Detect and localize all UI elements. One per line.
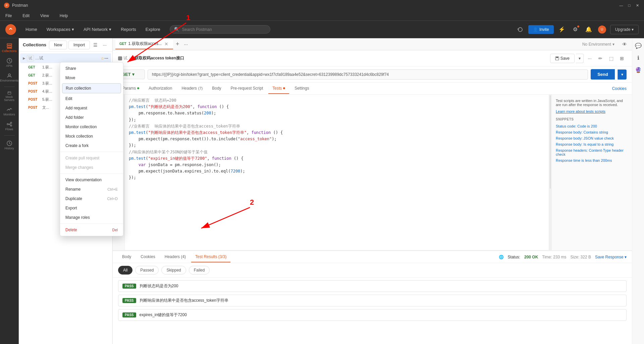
filter-skipped-btn[interactable]: Skipped	[161, 266, 186, 275]
tab-headers[interactable]: Headers (7)	[177, 83, 207, 94]
snippet-body-string[interactable]: Response body: Contains string	[556, 129, 628, 135]
sidebar-item-history[interactable]: History	[3, 138, 16, 152]
magic-icon-btn[interactable]: 🔮	[634, 65, 643, 75]
context-menu-move[interactable]: Move	[60, 73, 123, 83]
tab-tests[interactable]: Tests	[268, 83, 289, 94]
tab-name: 1.获取权限acces...	[128, 41, 162, 47]
maximize-btn[interactable]: □	[627, 3, 632, 8]
context-menu-divider	[60, 152, 123, 152]
profile-icon-btn[interactable]: U	[597, 24, 607, 35]
context-menu-manage-roles[interactable]: Manage roles	[60, 213, 123, 222]
context-menu-export[interactable]: Export	[60, 203, 123, 213]
close-btn[interactable]: ✕	[635, 3, 640, 8]
send-dropdown-btn[interactable]: ▾	[618, 69, 627, 80]
search-bar[interactable]: 🔍	[170, 25, 270, 34]
context-menu-run-collection[interactable]: Run collection	[62, 83, 121, 93]
snippet-json-check[interactable]: Response body: JSON value check	[556, 135, 628, 141]
sidebar-item-apis[interactable]: APIs	[3, 56, 16, 69]
filter-failed-btn[interactable]: Failed	[189, 266, 210, 275]
snippet-status-code[interactable]: Status code: Code is 200	[556, 123, 628, 129]
nav-home[interactable]: Home	[21, 25, 41, 34]
pass-badge: PASS	[122, 298, 136, 303]
snippet-body-equal[interactable]: Response body: Is equal to a string	[556, 141, 628, 147]
nav-api-network[interactable]: API Network ▾	[79, 25, 115, 34]
menu-edit[interactable]: Edit	[20, 12, 32, 19]
filter-all-btn[interactable]: All	[118, 266, 132, 275]
context-menu-rename[interactable]: Rename Ctrl+E	[60, 185, 123, 194]
home-logo[interactable]	[5, 24, 16, 35]
resp-tab-body[interactable]: Body	[118, 252, 135, 262]
side-panel-btn[interactable]: ⊞	[617, 54, 627, 63]
url-input[interactable]	[148, 69, 588, 80]
resp-tab-test-results[interactable]: Test Results (3/3)	[191, 252, 230, 262]
scrollbar[interactable]	[549, 95, 551, 250]
learn-more-link[interactable]: Learn more about tests scripts	[556, 109, 628, 113]
invite-button[interactable]: 👤 Invite	[528, 25, 554, 34]
collection-item[interactable]: ▶ 试 …试 ☆ ···	[20, 53, 111, 63]
nav-workspaces[interactable]: Workspaces ▾	[43, 25, 78, 34]
filter-icon-btn[interactable]: ☰	[91, 41, 99, 49]
cookies-link[interactable]: Cookies	[612, 86, 627, 91]
sidebar-divider	[4, 87, 15, 87]
tab-close-btn[interactable]: ✕	[164, 41, 169, 47]
share-icon-btn[interactable]: ⬚	[606, 54, 616, 63]
code-content[interactable]: //响应断言 状态码=200 pm.test("判断状态码是否为200", fu…	[125, 95, 549, 250]
new-tab-btn[interactable]: +	[174, 41, 181, 48]
resp-tab-headers[interactable]: Headers (4)	[161, 252, 190, 262]
sidebar-item-mock-servers[interactable]: Mock Servers	[3, 90, 16, 103]
collection-more-btn[interactable]: ···	[104, 56, 108, 61]
context-menu-create-fork[interactable]: Create a fork	[60, 141, 123, 150]
tab-pre-request[interactable]: Pre-request Script	[227, 83, 267, 94]
sync-icon-btn[interactable]	[515, 24, 526, 35]
more-options-btn[interactable]: ···	[101, 41, 109, 49]
menu-help[interactable]: Help	[57, 12, 71, 19]
settings-icon-btn[interactable]: ⚙	[570, 24, 581, 35]
import-button[interactable]: Import	[68, 41, 90, 49]
environment-selector[interactable]: No Environment ▾	[580, 41, 617, 48]
response-size: Size: 322 B	[571, 255, 591, 259]
sidebar-item-environments[interactable]: Environments	[3, 70, 16, 84]
tab-active[interactable]: GET 1.获取权限acces... ✕	[115, 39, 173, 49]
tab-settings[interactable]: Settings	[290, 83, 313, 94]
context-menu-delete[interactable]: Delete Del	[60, 225, 123, 235]
context-menu-view-docs[interactable]: View documentation	[60, 175, 123, 185]
tab-body[interactable]: Body	[208, 83, 225, 94]
edit-icon-btn[interactable]: ✏	[596, 54, 605, 63]
nav-explore[interactable]: Explore	[142, 25, 164, 34]
menu-view[interactable]: View	[38, 12, 52, 19]
snippet-response-time[interactable]: Response time is less than 200ms	[556, 157, 628, 163]
sidebar-item-monitors[interactable]: Monitors	[3, 104, 16, 118]
context-menu-add-request[interactable]: Add request	[60, 103, 123, 113]
notification-icon-btn[interactable]: 🔔	[583, 24, 594, 35]
info-icon-btn[interactable]: ℹ	[634, 53, 643, 62]
lightning-icon-btn[interactable]: ⚡	[556, 24, 567, 35]
more-btn[interactable]: ···	[585, 54, 594, 63]
context-menu-edit[interactable]: Edit	[60, 94, 123, 103]
star-icon[interactable]: ☆	[101, 56, 104, 61]
upgrade-button[interactable]: Upgrade ▾	[610, 25, 639, 34]
context-menu-duplicate[interactable]: Duplicate Ctrl+D	[60, 194, 123, 203]
filter-passed-btn[interactable]: Passed	[135, 266, 159, 275]
save-response-btn[interactable]: Save Response ▾	[595, 255, 627, 259]
more-tabs-btn[interactable]: ···	[182, 42, 190, 47]
nav-reports[interactable]: Reports	[117, 25, 140, 34]
context-menu-add-folder[interactable]: Add folder	[60, 113, 123, 122]
save-button[interactable]: Save	[550, 54, 575, 63]
send-button[interactable]: Send	[591, 69, 615, 80]
comment-icon-btn[interactable]: 💬	[634, 41, 643, 50]
svg-point-5	[8, 74, 10, 76]
search-input[interactable]	[182, 27, 266, 32]
tab-authorization[interactable]: Authorization	[145, 83, 176, 94]
eye-icon-btn[interactable]: 👁	[620, 40, 629, 49]
sidebar-item-flows[interactable]: Flows	[3, 119, 16, 133]
snippet-content-type[interactable]: Response headers: Content-Type header ch…	[556, 147, 628, 157]
sidebar-item-collections[interactable]: Collections	[3, 41, 16, 54]
new-button[interactable]: New	[49, 41, 67, 49]
context-menu-monitor-collection[interactable]: Monitor collection	[60, 122, 123, 132]
save-dropdown-btn[interactable]: ▾	[576, 54, 584, 63]
resp-tab-cookies[interactable]: Cookies	[137, 252, 159, 262]
minimize-btn[interactable]: —	[619, 3, 624, 8]
menu-file[interactable]: File	[3, 12, 14, 19]
context-menu-share[interactable]: Share	[60, 64, 123, 73]
context-menu-mock-collection[interactable]: Mock collection	[60, 132, 123, 141]
